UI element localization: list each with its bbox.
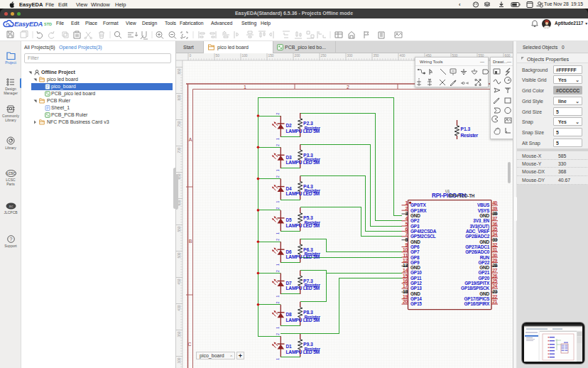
svg-text:250: 250 xyxy=(321,54,327,58)
svg-text:300: 300 xyxy=(178,357,181,363)
svg-text:800: 800 xyxy=(178,94,181,100)
svg-text:GP28/ADC2: GP28/ADC2 xyxy=(465,234,490,239)
svg-text:D5: D5 xyxy=(286,217,293,222)
svg-text:D4: D4 xyxy=(286,186,293,191)
svg-text:GP5/I2CSCL: GP5/I2CSCL xyxy=(410,234,436,239)
svg-text:500: 500 xyxy=(178,252,181,258)
svg-text:GP3: GP3 xyxy=(410,224,420,229)
svg-text:1: 1 xyxy=(276,232,280,234)
svg-text:GP15: GP15 xyxy=(410,301,422,306)
svg-text:GP19/SPITX: GP19/SPITX xyxy=(464,281,490,286)
svg-text:GND: GND xyxy=(479,239,489,244)
svg-text:29: 29 xyxy=(492,258,497,263)
svg-text:35: 35 xyxy=(492,227,497,232)
svg-text:1: 1 xyxy=(276,169,280,171)
svg-text:GND: GND xyxy=(410,213,420,218)
svg-text:32: 32 xyxy=(492,242,497,247)
svg-text:11: 11 xyxy=(403,253,408,258)
svg-text:400: 400 xyxy=(400,54,405,58)
svg-text:6: 6 xyxy=(405,227,408,232)
svg-text:2: 2 xyxy=(276,239,280,241)
svg-text:GP0/TX: GP0/TX xyxy=(410,202,427,207)
svg-text:300: 300 xyxy=(347,54,353,58)
svg-text:?: ? xyxy=(9,237,12,242)
svg-text:1: 1 xyxy=(276,358,280,360)
svg-text:14: 14 xyxy=(403,268,408,273)
svg-text:5: 5 xyxy=(405,222,408,227)
svg-text:GND: GND xyxy=(410,239,420,244)
svg-text:GP12: GP12 xyxy=(410,281,422,286)
svg-text:GP8: GP8 xyxy=(410,255,420,260)
svg-text:10: 10 xyxy=(403,247,408,252)
svg-text:37: 37 xyxy=(492,216,497,221)
svg-text:RPI-PICO-TH: RPI-PICO-TH xyxy=(449,193,475,198)
svg-text:2: 2 xyxy=(347,85,349,90)
svg-text:28: 28 xyxy=(492,263,497,268)
svg-text:Resister: Resister xyxy=(305,157,321,162)
svg-text:Resister: Resister xyxy=(305,315,321,320)
svg-text:GP18/SPISCK: GP18/SPISCK xyxy=(461,286,489,291)
svg-text:4: 4 xyxy=(405,216,408,221)
svg-text:1: 1 xyxy=(276,138,280,140)
svg-text:RUN: RUN xyxy=(480,255,490,260)
svg-text:3V3_EN: 3V3_EN xyxy=(473,218,489,223)
svg-text:3: 3 xyxy=(405,211,408,216)
svg-text:C: C xyxy=(187,342,191,347)
svg-text:Resister: Resister xyxy=(461,133,479,138)
svg-text:200: 200 xyxy=(295,54,300,58)
svg-text:0: 0 xyxy=(190,54,192,58)
svg-text:2: 2 xyxy=(276,113,280,115)
svg-text:2: 2 xyxy=(405,206,408,211)
svg-text:GND: GND xyxy=(479,291,489,296)
svg-text:Resister: Resister xyxy=(305,188,321,193)
svg-text:350: 350 xyxy=(178,331,181,337)
svg-text:550: 550 xyxy=(178,226,181,232)
svg-text:8: 8 xyxy=(405,237,408,242)
svg-text:24: 24 xyxy=(492,283,497,288)
svg-text:JLC: JLC xyxy=(9,205,13,208)
svg-text:1: 1 xyxy=(276,327,280,329)
svg-text:1: 1 xyxy=(405,200,408,205)
svg-text:Resister: Resister xyxy=(305,126,321,131)
svg-text:VSYS: VSYS xyxy=(478,208,490,213)
svg-text:150: 150 xyxy=(268,54,274,58)
svg-text:2: 2 xyxy=(276,270,280,272)
svg-text:21: 21 xyxy=(492,299,497,304)
svg-text:GP6: GP6 xyxy=(410,244,420,249)
svg-text:GP14: GP14 xyxy=(410,296,422,301)
svg-text:31: 31 xyxy=(492,247,497,252)
svg-text:P1.3: P1.3 xyxy=(461,126,471,131)
svg-text:B: B xyxy=(189,239,192,244)
svg-text:D8: D8 xyxy=(286,312,293,317)
svg-text:Resister: Resister xyxy=(305,283,321,288)
svg-text:33: 33 xyxy=(492,237,497,242)
svg-text:9: 9 xyxy=(405,242,408,247)
svg-text:36: 36 xyxy=(492,222,497,227)
svg-text:GP26/ADC0: GP26/ADC0 xyxy=(465,249,490,254)
svg-text:Resister: Resister xyxy=(305,347,321,352)
svg-text:25: 25 xyxy=(492,278,497,283)
svg-text:27: 27 xyxy=(492,268,497,273)
svg-text:GP9: GP9 xyxy=(410,260,420,265)
svg-text:Resister: Resister xyxy=(305,251,321,256)
svg-text:750: 750 xyxy=(178,121,181,126)
svg-text:22: 22 xyxy=(492,294,497,299)
svg-text:A: A xyxy=(189,137,192,142)
svg-text:1: 1 xyxy=(276,264,280,266)
svg-text:2: 2 xyxy=(276,175,280,178)
svg-text:100: 100 xyxy=(242,54,248,58)
svg-text:GP16/SPIRX: GP16/SPIRX xyxy=(464,301,490,306)
svg-text:2: 2 xyxy=(276,301,280,303)
svg-text:12: 12 xyxy=(403,258,408,263)
svg-text:400: 400 xyxy=(178,305,181,310)
svg-text:D6: D6 xyxy=(286,249,293,254)
svg-text:26: 26 xyxy=(492,274,497,278)
svg-text:13: 13 xyxy=(403,263,408,268)
svg-text:GP11: GP11 xyxy=(410,276,422,281)
svg-text:38: 38 xyxy=(492,211,497,216)
svg-text:VBUS: VBUS xyxy=(477,202,490,207)
svg-text:GND: GND xyxy=(479,213,489,218)
svg-text:GND: GND xyxy=(410,265,420,270)
svg-text:GP17/SPICS: GP17/SPICS xyxy=(464,296,490,301)
svg-text:GP22: GP22 xyxy=(478,260,489,265)
